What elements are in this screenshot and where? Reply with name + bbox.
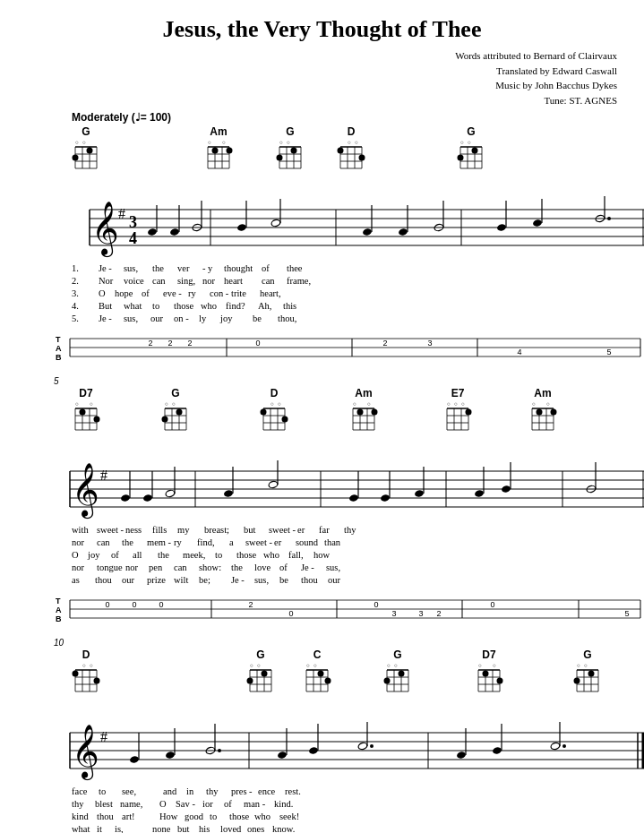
svg-text:○: ○ [165, 401, 168, 407]
svg-text:○: ○ [306, 663, 310, 668]
attribution: Words attributed to Bernard of Clairvaux… [27, 48, 617, 107]
svg-text:○: ○ [577, 663, 580, 668]
svg-text:○: ○ [208, 140, 211, 145]
lyric-s2-line-5: as thou our prize wilt be; Je - sus, be … [72, 575, 608, 585]
svg-text:𝄞: 𝄞 [72, 725, 99, 781]
svg-text:○: ○ [584, 663, 588, 668]
svg-point-34 [277, 155, 283, 161]
svg-point-348 [550, 742, 560, 750]
svg-point-317 [588, 671, 595, 677]
svg-text:○: ○ [287, 140, 290, 145]
svg-point-151 [282, 416, 288, 423]
chord-name: Am [534, 387, 551, 399]
lyric-line-1: 1. Je - sus, the ver - y thought of thee [72, 263, 608, 273]
svg-text:3: 3 [391, 609, 396, 618]
svg-text:○: ○ [367, 401, 371, 407]
svg-text:0: 0 [159, 600, 163, 609]
svg-point-163 [372, 409, 378, 416]
chord-D-3: D ○ ○ [72, 648, 100, 704]
svg-point-203 [142, 494, 152, 502]
svg-point-76 [169, 228, 179, 236]
svg-text:○: ○ [82, 140, 86, 145]
svg-point-215 [414, 489, 424, 497]
svg-point-11 [87, 148, 93, 154]
chord-diagram-D2: ○ ○ [260, 399, 288, 442]
chord-name: D7 [79, 387, 92, 399]
svg-point-59 [472, 148, 478, 154]
chord-diagram-D7: ○ ○ [72, 399, 100, 442]
lyric-s2-line-2: nor can the mem - ry find, a sweet - er … [72, 537, 608, 547]
chord-name: D [82, 648, 90, 661]
svg-point-269 [262, 671, 268, 677]
svg-point-257 [94, 678, 100, 684]
chord-name: G [393, 648, 401, 661]
svg-point-343 [370, 744, 374, 748]
svg-text:2: 2 [148, 339, 152, 348]
svg-text:#: # [100, 729, 107, 744]
svg-text:○: ○ [279, 140, 283, 145]
svg-text:0: 0 [374, 600, 378, 609]
svg-point-209 [268, 480, 278, 488]
page: Jesus, the Very Thought of Thee Words at… [0, 0, 644, 833]
staff-1: 𝄞 # 3 4 [54, 183, 644, 263]
svg-text:○: ○ [278, 401, 281, 407]
chord-Am-1: Am ○ ○ [204, 125, 233, 181]
svg-point-22 [212, 148, 219, 154]
svg-point-219 [501, 485, 511, 493]
svg-text:0: 0 [132, 600, 136, 609]
svg-text:○: ○ [460, 140, 464, 145]
svg-point-316 [574, 678, 580, 684]
tempo-bpm: (♩= 100) [132, 111, 171, 124]
svg-point-201 [120, 494, 130, 502]
chord-diagram-Am2: ○ ○ [349, 399, 378, 442]
section-1: G ○ ○ [27, 125, 617, 367]
chord-name: D7 [482, 648, 495, 661]
svg-text:2: 2 [167, 339, 172, 348]
svg-text:B: B [56, 614, 62, 623]
svg-point-84 [362, 228, 372, 236]
attribution-line3: Music by John Bacchus Dykes [27, 78, 617, 93]
svg-point-205 [165, 489, 175, 497]
chord-diagram-Am: ○ ○ [204, 138, 233, 181]
chord-C: C ○ ○ [303, 648, 331, 704]
chord-name: G [256, 648, 264, 661]
svg-point-127 [94, 416, 100, 423]
chord-name: D [270, 387, 279, 399]
measure-number-5: 5 [54, 376, 617, 386]
svg-point-304 [483, 671, 489, 677]
chord-name: G [82, 125, 90, 138]
svg-point-337 [277, 751, 287, 759]
svg-point-139 [176, 409, 183, 416]
svg-point-280 [318, 671, 324, 677]
svg-text:○: ○ [353, 401, 356, 407]
svg-text:○: ○ [387, 663, 391, 668]
svg-text:B: B [56, 353, 62, 362]
chord-D7: D7 ○ ○ [72, 387, 100, 442]
lyric-line-2: 2. Nor voice can sing, nor heart can fra… [72, 276, 608, 286]
svg-point-187 [551, 409, 557, 416]
svg-point-330 [129, 755, 139, 763]
tab-1: T A B 2 2 2 0 2 3 4 5 [54, 328, 644, 367]
svg-text:○: ○ [90, 401, 93, 407]
svg-text:A: A [56, 605, 62, 614]
svg-point-217 [474, 489, 484, 497]
section-2: 5 D7 ○ ○ [27, 376, 617, 629]
svg-text:3: 3 [427, 339, 432, 348]
staff-2: 𝄞 # [54, 444, 644, 525]
tab-2: T A B 0 0 0 2 0 0 3 3 2 0 5 [54, 589, 644, 629]
svg-point-80 [236, 223, 246, 231]
svg-text:#: # [100, 468, 107, 483]
svg-text:3: 3 [129, 213, 137, 231]
svg-point-162 [357, 409, 364, 416]
svg-point-339 [308, 746, 318, 754]
chord-diagram-G3: ○ ○ [457, 138, 485, 181]
chord-name: G [286, 125, 294, 138]
svg-text:○: ○ [394, 663, 398, 668]
chord-G-3: G ○ ○ [457, 125, 485, 181]
chord-Am-2: Am ○ ○ [349, 387, 378, 442]
chord-G-5: G ○ ○ [246, 648, 275, 704]
chord-diagram-G6: ○ ○ [383, 661, 412, 704]
svg-point-82 [270, 219, 280, 227]
chord-diagram-D3: ○ ○ [72, 661, 100, 704]
lyric-s2-line-3: O joy of all the meek, to those who fall… [72, 550, 608, 560]
